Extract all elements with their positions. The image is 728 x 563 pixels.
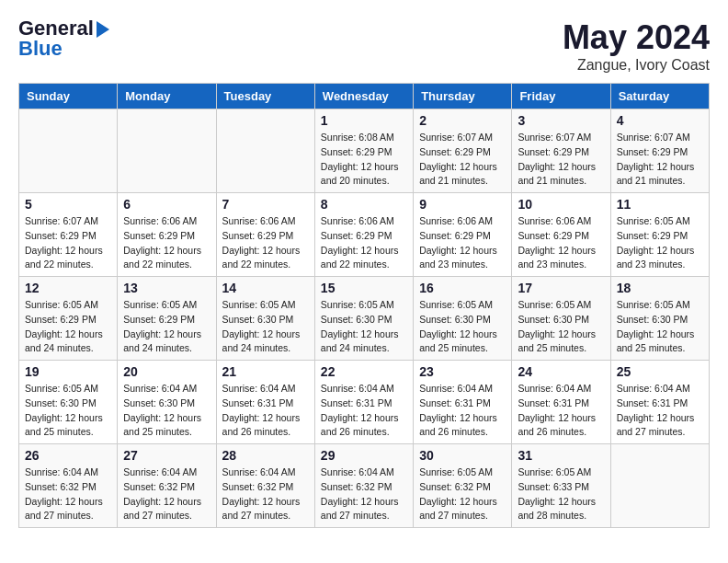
- day-info: Sunrise: 6:04 AM Sunset: 6:31 PM Dayligh…: [321, 382, 407, 440]
- calendar-cell: 14Sunrise: 6:05 AM Sunset: 6:30 PM Dayli…: [216, 277, 314, 361]
- day-number: 18: [617, 281, 703, 295]
- day-info: Sunrise: 6:07 AM Sunset: 6:29 PM Dayligh…: [518, 131, 604, 189]
- day-number: 14: [222, 281, 309, 295]
- day-info: Sunrise: 6:04 AM Sunset: 6:31 PM Dayligh…: [518, 382, 604, 440]
- calendar-cell: 6Sunrise: 6:06 AM Sunset: 6:29 PM Daylig…: [118, 193, 216, 277]
- calendar-cell: 10Sunrise: 6:06 AM Sunset: 6:29 PM Dayli…: [512, 193, 610, 277]
- day-info: Sunrise: 6:07 AM Sunset: 6:29 PM Dayligh…: [25, 214, 111, 272]
- calendar-cell: 7Sunrise: 6:06 AM Sunset: 6:29 PM Daylig…: [216, 193, 314, 277]
- logo-blue: Blue: [18, 37, 63, 60]
- weekday-header-thursday: Thursday: [414, 84, 512, 109]
- day-info: Sunrise: 6:04 AM Sunset: 6:32 PM Dayligh…: [222, 465, 309, 523]
- day-info: Sunrise: 6:05 AM Sunset: 6:30 PM Dayligh…: [518, 298, 604, 356]
- week-row-1: 1Sunrise: 6:08 AM Sunset: 6:29 PM Daylig…: [19, 109, 710, 193]
- day-number: 1: [321, 113, 407, 128]
- month-year-title: May 2024: [563, 18, 710, 57]
- calendar-cell: 4Sunrise: 6:07 AM Sunset: 6:29 PM Daylig…: [610, 109, 709, 193]
- day-number: 5: [25, 197, 111, 212]
- calendar-cell: 19Sunrise: 6:05 AM Sunset: 6:30 PM Dayli…: [19, 361, 118, 444]
- day-number: 6: [123, 197, 210, 212]
- weekday-header-friday: Friday: [512, 84, 610, 109]
- day-number: 11: [617, 197, 703, 212]
- day-info: Sunrise: 6:06 AM Sunset: 6:29 PM Dayligh…: [222, 214, 309, 272]
- day-number: 17: [518, 281, 604, 295]
- calendar-cell: 12Sunrise: 6:05 AM Sunset: 6:29 PM Dayli…: [19, 277, 118, 361]
- day-number: 27: [123, 448, 210, 463]
- day-info: Sunrise: 6:06 AM Sunset: 6:29 PM Dayligh…: [123, 214, 210, 272]
- day-number: 29: [321, 448, 407, 463]
- day-number: 25: [617, 364, 703, 379]
- day-number: 23: [419, 364, 506, 379]
- day-info: Sunrise: 6:07 AM Sunset: 6:29 PM Dayligh…: [617, 131, 703, 189]
- day-info: Sunrise: 6:04 AM Sunset: 6:31 PM Dayligh…: [222, 382, 309, 440]
- calendar-cell: 23Sunrise: 6:04 AM Sunset: 6:31 PM Dayli…: [414, 361, 512, 444]
- day-number: 13: [123, 281, 210, 295]
- logo-text: General: [18, 18, 109, 39]
- day-number: 21: [222, 364, 309, 379]
- calendar-cell: 31Sunrise: 6:05 AM Sunset: 6:33 PM Dayli…: [512, 444, 610, 528]
- day-number: 28: [222, 448, 309, 463]
- day-number: 9: [419, 197, 506, 212]
- day-info: Sunrise: 6:05 AM Sunset: 6:32 PM Dayligh…: [419, 465, 506, 523]
- day-info: Sunrise: 6:05 AM Sunset: 6:29 PM Dayligh…: [25, 298, 111, 356]
- day-info: Sunrise: 6:04 AM Sunset: 6:30 PM Dayligh…: [123, 382, 210, 440]
- calendar-cell: 9Sunrise: 6:06 AM Sunset: 6:29 PM Daylig…: [414, 193, 512, 277]
- calendar-cell: 22Sunrise: 6:04 AM Sunset: 6:31 PM Dayli…: [314, 361, 413, 444]
- week-row-3: 12Sunrise: 6:05 AM Sunset: 6:29 PM Dayli…: [19, 277, 710, 361]
- day-info: Sunrise: 6:05 AM Sunset: 6:30 PM Dayligh…: [25, 382, 111, 440]
- calendar-cell: [216, 109, 314, 193]
- calendar-cell: 24Sunrise: 6:04 AM Sunset: 6:31 PM Dayli…: [512, 361, 610, 444]
- calendar-cell: [118, 109, 216, 193]
- day-info: Sunrise: 6:04 AM Sunset: 6:31 PM Dayligh…: [419, 382, 506, 440]
- weekday-header-saturday: Saturday: [610, 84, 709, 109]
- calendar-cell: 21Sunrise: 6:04 AM Sunset: 6:31 PM Dayli…: [216, 361, 314, 444]
- calendar-cell: 20Sunrise: 6:04 AM Sunset: 6:30 PM Dayli…: [118, 361, 216, 444]
- calendar-cell: 2Sunrise: 6:07 AM Sunset: 6:29 PM Daylig…: [414, 109, 512, 193]
- day-info: Sunrise: 6:05 AM Sunset: 6:30 PM Dayligh…: [419, 298, 506, 356]
- calendar-cell: 25Sunrise: 6:04 AM Sunset: 6:31 PM Dayli…: [610, 361, 709, 444]
- calendar-cell: 30Sunrise: 6:05 AM Sunset: 6:32 PM Dayli…: [414, 444, 512, 528]
- day-number: 22: [321, 364, 407, 379]
- calendar-cell: [19, 109, 118, 193]
- weekday-header-wednesday: Wednesday: [314, 84, 413, 109]
- calendar-cell: 13Sunrise: 6:05 AM Sunset: 6:29 PM Dayli…: [118, 277, 216, 361]
- day-info: Sunrise: 6:06 AM Sunset: 6:29 PM Dayligh…: [419, 214, 506, 272]
- day-number: 20: [123, 364, 210, 379]
- title-block: May 2024 Zangue, Ivory Coast: [563, 18, 710, 74]
- calendar-cell: 1Sunrise: 6:08 AM Sunset: 6:29 PM Daylig…: [314, 109, 413, 193]
- calendar-cell: 11Sunrise: 6:05 AM Sunset: 6:29 PM Dayli…: [610, 193, 709, 277]
- calendar-cell: 27Sunrise: 6:04 AM Sunset: 6:32 PM Dayli…: [118, 444, 216, 528]
- weekday-header-row: SundayMondayTuesdayWednesdayThursdayFrid…: [19, 84, 710, 109]
- day-number: 8: [321, 197, 407, 212]
- calendar-cell: 18Sunrise: 6:05 AM Sunset: 6:30 PM Dayli…: [610, 277, 709, 361]
- weekday-header-sunday: Sunday: [19, 84, 118, 109]
- day-number: 19: [25, 364, 111, 379]
- location-subtitle: Zangue, Ivory Coast: [563, 57, 710, 74]
- calendar-cell: 5Sunrise: 6:07 AM Sunset: 6:29 PM Daylig…: [19, 193, 118, 277]
- day-info: Sunrise: 6:04 AM Sunset: 6:32 PM Dayligh…: [25, 465, 111, 523]
- calendar-cell: 26Sunrise: 6:04 AM Sunset: 6:32 PM Dayli…: [19, 444, 118, 528]
- day-number: 31: [518, 448, 604, 463]
- week-row-5: 26Sunrise: 6:04 AM Sunset: 6:32 PM Dayli…: [19, 444, 710, 528]
- page-header: General Blue May 2024 Zangue, Ivory Coas…: [18, 18, 710, 74]
- day-info: Sunrise: 6:05 AM Sunset: 6:33 PM Dayligh…: [518, 465, 604, 523]
- calendar-cell: 16Sunrise: 6:05 AM Sunset: 6:30 PM Dayli…: [414, 277, 512, 361]
- day-number: 24: [518, 364, 604, 379]
- day-info: Sunrise: 6:05 AM Sunset: 6:30 PM Dayligh…: [617, 298, 703, 356]
- calendar-table: SundayMondayTuesdayWednesdayThursdayFrid…: [18, 83, 710, 528]
- calendar-cell: 15Sunrise: 6:05 AM Sunset: 6:30 PM Dayli…: [314, 277, 413, 361]
- day-number: 2: [419, 113, 506, 128]
- day-info: Sunrise: 6:05 AM Sunset: 6:30 PM Dayligh…: [222, 298, 309, 356]
- day-info: Sunrise: 6:07 AM Sunset: 6:29 PM Dayligh…: [419, 131, 506, 189]
- calendar-cell: 8Sunrise: 6:06 AM Sunset: 6:29 PM Daylig…: [314, 193, 413, 277]
- logo: General Blue: [18, 18, 109, 59]
- day-number: 4: [617, 113, 703, 128]
- calendar-cell: 17Sunrise: 6:05 AM Sunset: 6:30 PM Dayli…: [512, 277, 610, 361]
- day-number: 7: [222, 197, 309, 212]
- day-info: Sunrise: 6:06 AM Sunset: 6:29 PM Dayligh…: [518, 214, 604, 272]
- week-row-4: 19Sunrise: 6:05 AM Sunset: 6:30 PM Dayli…: [19, 361, 710, 444]
- day-number: 15: [321, 281, 407, 295]
- day-info: Sunrise: 6:04 AM Sunset: 6:32 PM Dayligh…: [123, 465, 210, 523]
- day-number: 10: [518, 197, 604, 212]
- calendar-cell: 3Sunrise: 6:07 AM Sunset: 6:29 PM Daylig…: [512, 109, 610, 193]
